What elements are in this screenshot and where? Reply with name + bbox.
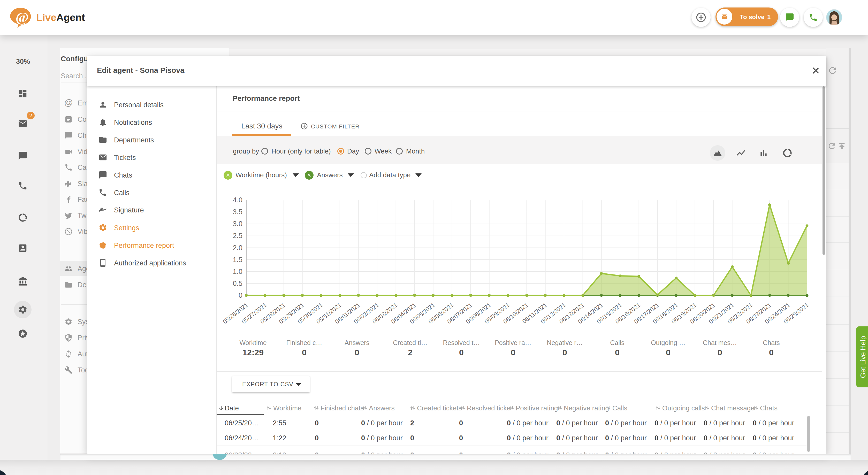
svg-text:0: 0 bbox=[239, 291, 243, 299]
svg-text:3.0: 3.0 bbox=[232, 220, 243, 228]
svg-text:2.5: 2.5 bbox=[232, 232, 243, 240]
svg-text:@: @ bbox=[16, 9, 29, 25]
svg-text:3.5: 3.5 bbox=[232, 208, 243, 216]
svg-text:2.0: 2.0 bbox=[232, 244, 243, 252]
svg-text:1.0: 1.0 bbox=[232, 268, 243, 276]
svg-text:4.0: 4.0 bbox=[232, 196, 243, 204]
svg-text:1.5: 1.5 bbox=[232, 256, 243, 263]
svg-text:0.5: 0.5 bbox=[232, 280, 243, 287]
